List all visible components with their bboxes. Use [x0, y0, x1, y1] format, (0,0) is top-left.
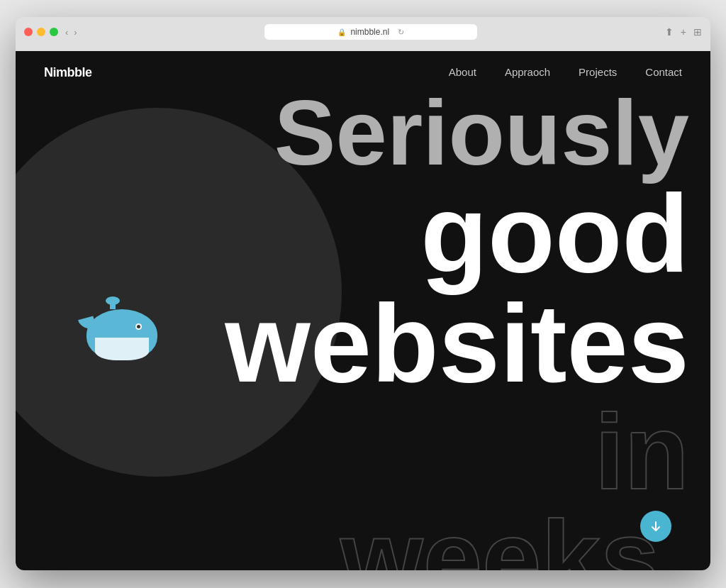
maximize-button[interactable]: [50, 28, 58, 36]
browser-window: ‹ › 🔒 nimbble.nl ↻ ⬆ + ⊞ Nimbble: [16, 17, 710, 570]
website-content: Nimbble About Appraoch Projects Contact: [16, 51, 710, 570]
nav-item-about[interactable]: About: [449, 66, 476, 79]
whale-spout-puff: [106, 296, 120, 305]
browser-tabs-bar: [24, 45, 702, 51]
new-tab-icon[interactable]: +: [681, 26, 686, 38]
whale-fin: [78, 316, 96, 332]
nav-link-about[interactable]: About: [449, 66, 476, 78]
forward-icon[interactable]: ›: [74, 27, 77, 38]
address-bar-container: 🔒 nimbble.nl ↻: [84, 24, 658, 40]
whale-eye: [135, 323, 142, 330]
scroll-down-button[interactable]: [640, 511, 671, 542]
back-icon[interactable]: ‹: [65, 27, 68, 38]
hero-line-websites: websites: [225, 289, 689, 399]
whale-body: [86, 309, 157, 360]
nav-item-contact[interactable]: Contact: [645, 66, 682, 79]
nav-item-approach[interactable]: Appraoch: [505, 66, 550, 79]
close-button[interactable]: [24, 28, 33, 36]
hero-section: Seriously good websites in weeks,: [16, 94, 710, 570]
arrow-down-icon: [649, 520, 662, 533]
hero-line-weeks: weeks,: [225, 505, 689, 570]
whale-pupil: [137, 325, 140, 328]
hero-text: Seriously good websites in weeks,: [225, 94, 710, 570]
hero-line-good: good: [225, 179, 689, 289]
browser-chrome: ‹ › 🔒 nimbble.nl ↻ ⬆ + ⊞: [16, 17, 710, 51]
browser-right-controls: ⬆ + ⊞: [665, 26, 702, 38]
site-logo[interactable]: Nimbble: [44, 65, 92, 80]
reload-icon[interactable]: ↻: [398, 28, 404, 37]
hero-line-in: in: [225, 399, 689, 505]
nav-links: About Appraoch Projects Contact: [449, 66, 682, 79]
address-bar[interactable]: 🔒 nimbble.nl ↻: [264, 24, 477, 40]
site-nav: Nimbble About Appraoch Projects Contact: [16, 51, 710, 94]
browser-top-bar: ‹ › 🔒 nimbble.nl ↻ ⬆ + ⊞: [24, 24, 702, 40]
hero-line-seriously: Seriously: [225, 94, 689, 179]
grid-icon[interactable]: ⊞: [693, 26, 702, 38]
share-icon[interactable]: ⬆: [665, 26, 674, 38]
whale-belly: [95, 338, 149, 360]
nav-link-approach[interactable]: Appraoch: [505, 66, 550, 78]
lock-icon: 🔒: [337, 28, 346, 36]
url-text: nimbble.nl: [350, 27, 389, 37]
nav-link-contact[interactable]: Contact: [645, 66, 682, 78]
nav-item-projects[interactable]: Projects: [579, 66, 617, 79]
browser-nav-controls: ‹ ›: [65, 27, 77, 38]
traffic-lights: [24, 28, 58, 36]
minimize-button[interactable]: [37, 28, 45, 36]
nav-link-projects[interactable]: Projects: [579, 66, 617, 78]
